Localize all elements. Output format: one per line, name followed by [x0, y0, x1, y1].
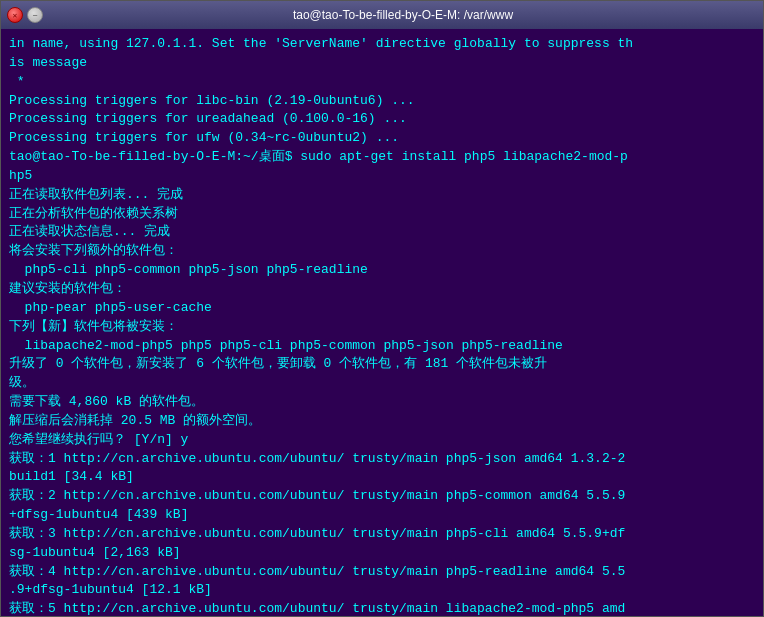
terminal-line: 建议安装的软件包：	[9, 280, 755, 299]
terminal-line: 您希望继续执行吗？ [Y/n] y	[9, 431, 755, 450]
terminal-line: 级。	[9, 374, 755, 393]
terminal-window: tao@tao-To-be-filled-by-O-E-M: /var/www …	[0, 0, 764, 617]
terminal-line: libapache2-mod-php5 php5 php5-cli php5-c…	[9, 337, 755, 356]
terminal-line: .9+dfsg-1ubuntu4 [12.1 kB]	[9, 581, 755, 600]
terminal-line: 获取：3 http://cn.archive.ubuntu.com/ubuntu…	[9, 525, 755, 544]
terminal-line: hp5	[9, 167, 755, 186]
terminal-line: 正在读取状态信息... 完成	[9, 223, 755, 242]
terminal-line: tao@tao-To-be-filled-by-O-E-M:~/桌面$ sudo…	[9, 148, 755, 167]
terminal-line: 需要下载 4,860 kB 的软件包。	[9, 393, 755, 412]
terminal-line: 将会安装下列额外的软件包：	[9, 242, 755, 261]
terminal-line: 获取：1 http://cn.archive.ubuntu.com/ubuntu…	[9, 450, 755, 469]
terminal-line: 获取：4 http://cn.archive.ubuntu.com/ubuntu…	[9, 563, 755, 582]
window-controls	[7, 7, 43, 23]
terminal-line: in name, using 127.0.1.1. Set the 'Serve…	[9, 35, 755, 54]
window-title: tao@tao-To-be-filled-by-O-E-M: /var/www	[49, 8, 757, 22]
terminal-line: build1 [34.4 kB]	[9, 468, 755, 487]
terminal-line: 获取：5 http://cn.archive.ubuntu.com/ubuntu…	[9, 600, 755, 616]
terminal-line: php5-cli php5-common php5-json php5-read…	[9, 261, 755, 280]
terminal-line: sg-1ubuntu4 [2,163 kB]	[9, 544, 755, 563]
titlebar: tao@tao-To-be-filled-by-O-E-M: /var/www	[1, 1, 763, 29]
terminal-line: 获取：2 http://cn.archive.ubuntu.com/ubuntu…	[9, 487, 755, 506]
terminal-output[interactable]: in name, using 127.0.1.1. Set the 'Serve…	[1, 29, 763, 616]
terminal-line: Processing triggers for libc-bin (2.19-0…	[9, 92, 755, 111]
terminal-line: 升级了 0 个软件包，新安装了 6 个软件包，要卸载 0 个软件包，有 181 …	[9, 355, 755, 374]
terminal-line: 解压缩后会消耗掉 20.5 MB 的额外空间。	[9, 412, 755, 431]
terminal-line: Processing triggers for ufw (0.34~rc-0ub…	[9, 129, 755, 148]
terminal-line: *	[9, 73, 755, 92]
terminal-line: Processing triggers for ureadahead (0.10…	[9, 110, 755, 129]
terminal-line: php-pear php5-user-cache	[9, 299, 755, 318]
terminal-line: 正在分析软件包的依赖关系树	[9, 205, 755, 224]
minimize-button[interactable]	[27, 7, 43, 23]
terminal-line: 正在读取软件包列表... 完成	[9, 186, 755, 205]
close-button[interactable]	[7, 7, 23, 23]
terminal-line: is message	[9, 54, 755, 73]
terminal-line: +dfsg-1ubuntu4 [439 kB]	[9, 506, 755, 525]
terminal-line: 下列【新】软件包将被安装：	[9, 318, 755, 337]
